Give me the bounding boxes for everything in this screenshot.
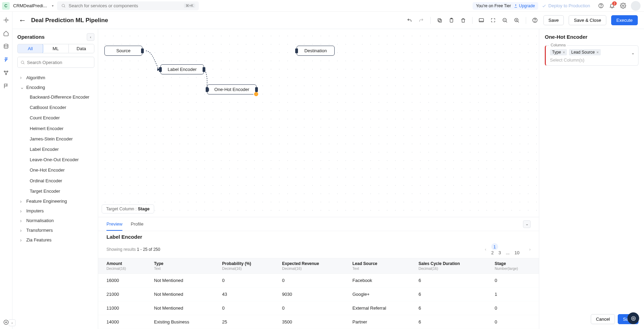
tab-ml[interactable]: ML: [43, 44, 68, 53]
tab-preview[interactable]: Preview: [106, 218, 122, 231]
table-cell: 6: [410, 301, 486, 315]
tree-encoding-item[interactable]: Target Encoder: [17, 186, 94, 197]
rail-graph-icon[interactable]: [3, 69, 10, 76]
collapse-operations-icon[interactable]: ‹: [87, 33, 94, 41]
column-chip: Lead Source ×: [569, 49, 601, 55]
settings-icon[interactable]: [620, 3, 626, 9]
column-header[interactable]: Expected RevenueDecimal(16): [274, 258, 344, 274]
tree-encoding-item[interactable]: Helmert Encoder: [17, 124, 94, 134]
zoom-in-icon[interactable]: [513, 17, 520, 24]
table-row[interactable]: 16000Not Mentioned00Facebook60: [98, 274, 539, 287]
nav-rail: ›: [0, 12, 12, 329]
svg-point-3: [600, 7, 601, 7]
column-header[interactable]: AmountDecimal(16): [98, 258, 146, 274]
pager-page[interactable]: 10: [514, 250, 519, 255]
save-button[interactable]: Save: [543, 15, 564, 25]
avatar[interactable]: [631, 1, 641, 11]
svg-line-1: [64, 7, 65, 7]
columns-field[interactable]: Columns Type ×Lead Source × ⌄ Select Col…: [545, 45, 638, 66]
tree-zia[interactable]: Zia Features: [17, 235, 94, 245]
redo-icon[interactable]: [418, 17, 425, 24]
tree-algorithm[interactable]: Algorithm: [17, 73, 94, 82]
tree-encoding-item[interactable]: Leave-One-Out Encoder: [17, 155, 94, 165]
tree-transformers[interactable]: Transformers: [17, 226, 94, 235]
table-row[interactable]: 14000Existing Business253500Partner60: [98, 315, 539, 329]
table-cell: 6: [410, 315, 486, 329]
table-cell: 11000: [98, 301, 146, 315]
node-destination[interactable]: Destination: [297, 46, 335, 56]
column-header[interactable]: Sales Cycle DurationDecimal(16): [410, 258, 486, 274]
execute-button[interactable]: Execute: [611, 15, 638, 25]
help-icon[interactable]: [598, 3, 604, 9]
tree-encoding[interactable]: Encoding: [17, 82, 94, 92]
chip-remove-icon[interactable]: ×: [597, 50, 599, 54]
cancel-button[interactable]: Cancel: [591, 314, 615, 324]
back-arrow-icon[interactable]: ←: [19, 16, 26, 25]
paste-icon[interactable]: [448, 17, 455, 24]
tree-encoding-item[interactable]: Count Encoder: [17, 113, 94, 123]
save-close-button[interactable]: Save & Close: [569, 15, 606, 25]
undo-icon[interactable]: [406, 17, 413, 24]
notifications-icon[interactable]: 2: [609, 3, 615, 9]
operation-search-input[interactable]: [27, 60, 91, 65]
column-header[interactable]: StageNumber(large): [486, 258, 539, 274]
svg-rect-11: [439, 19, 441, 22]
copy-icon[interactable]: [436, 17, 443, 24]
pipeline-canvas[interactable]: Source Label Encoder One-Hot Encoder Des…: [98, 29, 539, 217]
rail-add-icon[interactable]: [3, 319, 10, 326]
tree-encoding-item[interactable]: James-Stein Encoder: [17, 134, 94, 144]
chip-remove-icon[interactable]: ×: [563, 50, 565, 54]
deploy-button[interactable]: Deploy to Production: [542, 3, 590, 8]
pager-next-icon[interactable]: ›: [529, 247, 531, 252]
global-search[interactable]: ⌘+K: [57, 1, 199, 10]
tree-encoding-item[interactable]: Label Encoder: [17, 144, 94, 155]
table-cell: 1: [486, 287, 539, 301]
node-source[interactable]: Source: [104, 46, 142, 56]
rail-icon-1[interactable]: [3, 17, 10, 24]
tree-encoding-item[interactable]: CatBoost Encoder: [17, 102, 94, 113]
chevron-down-icon[interactable]: ⌄: [631, 51, 635, 55]
svg-line-18: [506, 21, 507, 22]
pager-prev-icon[interactable]: ‹: [485, 247, 486, 252]
node-label-encoder[interactable]: Label Encoder: [160, 64, 204, 74]
tab-profile[interactable]: Profile: [131, 218, 143, 230]
tree-encoding-item[interactable]: Ordinal Encoder: [17, 176, 94, 186]
node-onehot-encoder[interactable]: One-Hot Encoder: [207, 84, 256, 94]
svg-point-7: [4, 71, 5, 72]
table-row[interactable]: 11000Not Mentioned00External Referral60: [98, 301, 539, 315]
pager-page[interactable]: 1: [491, 243, 498, 250]
pager-page[interactable]: 3: [498, 250, 501, 255]
tree-encoding-item[interactable]: One-Hot Encoder: [17, 165, 94, 175]
rail-flag-icon[interactable]: [3, 82, 10, 89]
upgrade-link[interactable]: Upgrade: [514, 3, 535, 8]
pager-page[interactable]: 2: [491, 250, 494, 255]
fullscreen-icon[interactable]: [490, 17, 497, 24]
table-row[interactable]: 21000Not Mentioned439030Google+61: [98, 287, 539, 301]
tab-data[interactable]: Data: [69, 44, 94, 53]
project-dropdown-icon[interactable]: ▾: [52, 4, 54, 8]
tree-imputers[interactable]: Imputers: [17, 206, 94, 216]
fit-icon[interactable]: [478, 17, 485, 24]
project-name[interactable]: CRMDealPredi...: [13, 3, 47, 8]
tree-norm[interactable]: Normalisation: [17, 216, 94, 226]
table-cell: 21000: [98, 287, 146, 301]
operation-search[interactable]: [17, 57, 94, 68]
table-cell: 0: [274, 274, 344, 287]
fab-help-icon[interactable]: [627, 312, 639, 324]
column-header[interactable]: Probability (%)Decimal(16): [214, 258, 274, 274]
column-header[interactable]: TypeText: [146, 258, 214, 274]
tree-encoding-item[interactable]: Backward-Difference Encoder: [17, 92, 94, 102]
delete-icon[interactable]: [460, 17, 467, 24]
zoom-out-icon[interactable]: [502, 17, 508, 24]
tree-feature[interactable]: Feature Engineering: [17, 197, 94, 206]
rail-home-icon[interactable]: [3, 30, 10, 37]
pager-page[interactable]: ...: [506, 250, 510, 255]
help-toolbar-icon[interactable]: [532, 17, 539, 24]
global-search-input[interactable]: [69, 3, 182, 8]
table-cell: Google+: [344, 287, 410, 301]
column-header[interactable]: Lead SourceText: [344, 258, 410, 274]
rail-database-icon[interactable]: [3, 43, 10, 50]
preview-collapse-icon[interactable]: ⌄: [523, 220, 531, 228]
tab-all[interactable]: All: [17, 44, 43, 53]
rail-pipeline-icon[interactable]: [3, 56, 10, 63]
